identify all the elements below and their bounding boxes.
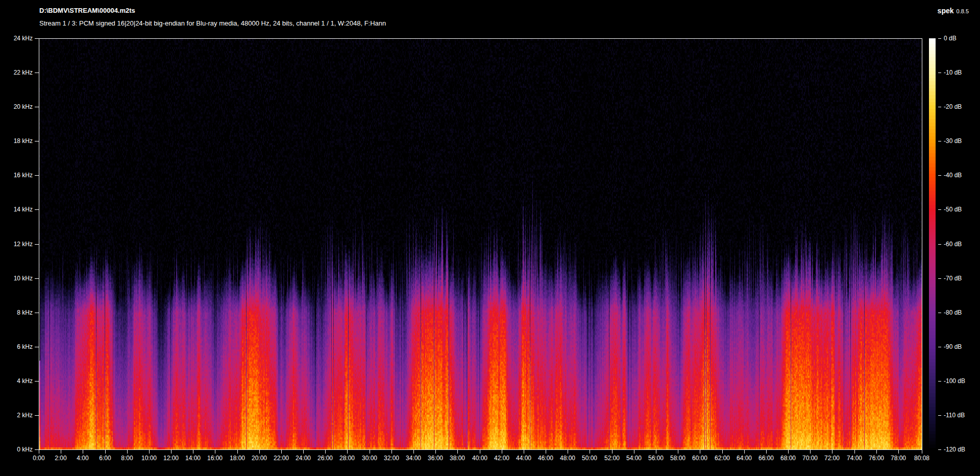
spek-window: D:\BDMV\STREAM\00004.m2ts Stream 1 / 3: … [0, 0, 980, 476]
legend-color-bar [929, 38, 936, 450]
legend-tick-label: -110 dB [944, 411, 965, 419]
freq-tick-label: 6 kHz [0, 343, 33, 351]
time-tick [325, 450, 326, 454]
time-tick [171, 450, 172, 454]
legend-tick-label: -50 dB [944, 205, 962, 213]
time-tick [105, 450, 106, 454]
freq-tick [35, 38, 39, 39]
legend-tick [938, 415, 941, 416]
file-path-title: D:\BDMV\STREAM\00004.m2ts [39, 7, 135, 14]
time-tick [788, 450, 789, 454]
freq-tick [35, 141, 39, 141]
legend-tick-label: -30 dB [944, 137, 962, 145]
spectrogram-canvas [39, 39, 922, 449]
legend-tick-label: -70 dB [944, 274, 962, 282]
freq-tick-label: 14 kHz [0, 205, 33, 213]
time-tick [922, 450, 922, 454]
freq-tick-label: 4 kHz [0, 377, 33, 385]
freq-tick-label: 22 kHz [0, 68, 33, 77]
legend-tick-label: -80 dB [944, 308, 962, 317]
time-tick [744, 450, 745, 454]
time-tick [766, 450, 767, 454]
legend-tick [938, 209, 941, 210]
legend-tick [938, 175, 941, 176]
freq-tick [35, 313, 39, 313]
freq-tick [35, 415, 39, 416]
freq-tick [35, 73, 39, 73]
freq-tick [35, 449, 39, 450]
legend-tick [938, 381, 941, 382]
time-tick [61, 450, 61, 454]
time-tick [215, 450, 215, 454]
time-tick [524, 450, 524, 454]
legend-tick-label: -40 dB [944, 171, 962, 179]
time-tick [546, 450, 546, 454]
freq-tick-label: 8 kHz [0, 308, 33, 317]
time-tick [898, 450, 899, 454]
time-tick [612, 450, 612, 454]
time-tick-label: 80:08 [904, 455, 940, 462]
freq-tick-label: 10 kHz [0, 274, 33, 282]
time-tick [39, 450, 39, 454]
freq-tick [35, 209, 39, 210]
legend-tick-label: -100 dB [944, 377, 965, 385]
legend-tick-label: -10 dB [944, 68, 962, 77]
legend-tick [938, 278, 941, 279]
freq-tick-label: 12 kHz [0, 240, 33, 248]
time-tick [810, 450, 811, 454]
app-name: spek [938, 7, 954, 15]
freq-tick-label: 20 kHz [0, 103, 33, 111]
freq-tick-label: 24 kHz [0, 34, 33, 42]
freq-tick [35, 347, 39, 347]
freq-tick [35, 244, 39, 245]
stream-info-line: Stream 1 / 3: PCM signed 16|20|24-bit bi… [39, 19, 386, 27]
legend-tick [938, 313, 941, 313]
time-tick [634, 450, 634, 454]
time-tick [502, 450, 502, 454]
app-version: 0.8.5 [957, 8, 969, 14]
freq-tick [35, 278, 39, 279]
legend-tick-label: 0 dB [944, 34, 957, 42]
time-tick [832, 450, 832, 454]
freq-tick-label: 18 kHz [0, 137, 33, 145]
legend-tick-label: -60 dB [944, 240, 962, 248]
time-tick [83, 450, 83, 454]
time-tick [457, 450, 458, 454]
freq-tick-label: 16 kHz [0, 171, 33, 179]
time-tick [370, 450, 370, 454]
legend-tick-label: -20 dB [944, 103, 962, 111]
freq-tick [35, 381, 39, 382]
time-tick [568, 450, 568, 454]
legend-tick [938, 73, 941, 73]
freq-tick-label: 0 kHz [0, 445, 33, 454]
time-tick [281, 450, 282, 454]
time-tick [347, 450, 348, 454]
time-tick [259, 450, 260, 454]
legend-tick [938, 449, 941, 450]
time-tick [391, 450, 392, 454]
time-tick [590, 450, 590, 454]
time-tick [193, 450, 193, 454]
legend-tick [938, 347, 941, 347]
freq-tick-label: 2 kHz [0, 411, 33, 419]
time-tick [435, 450, 436, 454]
time-tick [413, 450, 414, 454]
time-tick [237, 450, 238, 454]
legend-tick [938, 141, 941, 141]
app-brand: spek 0.8.5 [938, 7, 969, 15]
legend-tick [938, 38, 941, 39]
time-tick [700, 450, 700, 454]
time-tick [480, 450, 480, 454]
time-tick [149, 450, 150, 454]
legend-tick-label: -120 dB [944, 445, 965, 454]
time-tick [656, 450, 656, 454]
time-tick [303, 450, 304, 454]
legend-tick [938, 244, 941, 245]
time-tick [678, 450, 678, 454]
time-tick [854, 450, 855, 454]
spectrogram-frame [39, 38, 922, 450]
time-tick [876, 450, 877, 454]
time-tick [722, 450, 723, 454]
freq-tick [35, 107, 39, 107]
legend-tick [938, 107, 941, 107]
